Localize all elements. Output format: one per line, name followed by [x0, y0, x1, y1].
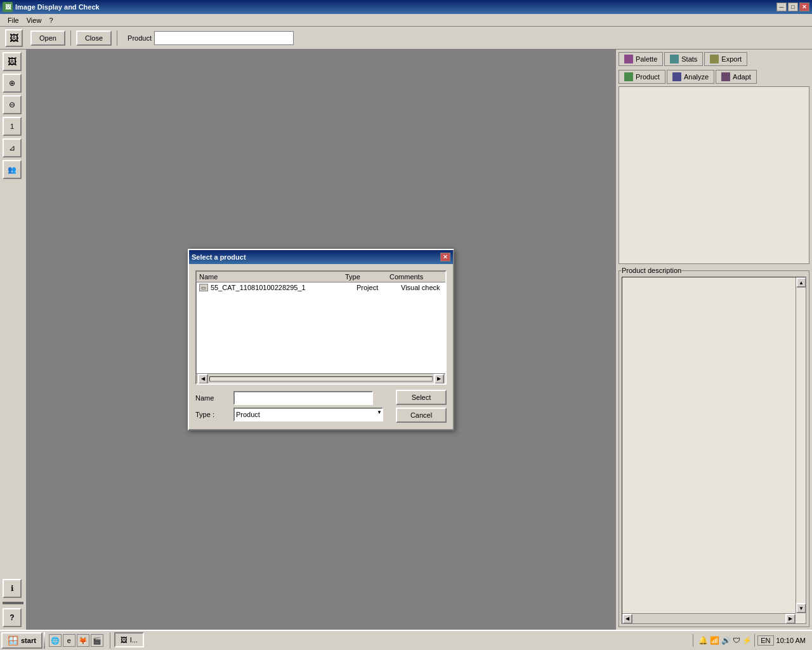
- row-type: Project: [357, 284, 401, 291]
- name-input[interactable]: [233, 391, 373, 405]
- title-bar: 🖼 Image Display and Check ─ □ ✕: [0, 0, 812, 14]
- toolbar: 🖼 Open Close Product: [0, 27, 812, 50]
- type-select-wrapper: Product Project All: [233, 408, 383, 421]
- taskbar: 🪟 start 🌐 e 🦊 🎬 🖼 I... 🔔 📶 🔊 🛡 ⚡ EN 10:1…: [0, 630, 812, 650]
- browser-icon[interactable]: 🌐: [49, 634, 62, 647]
- left-sidebar: 🖼 ⊕ ⊖ 1 ⊿ 👥 ℹ ?: [0, 50, 27, 630]
- right-toolbar-row2: Product Analyze Adapt: [619, 70, 809, 84]
- adapt-button[interactable]: Adapt: [716, 70, 757, 84]
- dialog-inputs: Name Type : Product Project All: [195, 391, 391, 421]
- app-button-1[interactable]: 🖼 I...: [114, 632, 144, 647]
- clock: 10:10 AM: [776, 637, 806, 644]
- dialog-close-button[interactable]: ✕: [440, 253, 450, 262]
- export-icon: [710, 55, 719, 63]
- ie-icon[interactable]: e: [63, 634, 75, 647]
- analyze-button[interactable]: Analyze: [667, 70, 714, 84]
- desc-scrollbar-h[interactable]: ◀ ▶: [622, 613, 796, 623]
- scroll-right-btn[interactable]: ▶: [434, 374, 444, 384]
- image-icon: 🖼: [10, 33, 18, 43]
- name-label: Name: [195, 394, 233, 402]
- taskbar-divider: [44, 632, 45, 649]
- right-toolbar-row1: Palette Stats Export: [619, 52, 809, 66]
- dialog-overlay: Select a product ✕ Name Type Comments: [27, 50, 615, 630]
- dialog-buttons: Select Cancel: [396, 390, 447, 423]
- col-type: Type: [345, 273, 390, 281]
- dialog-footer: Name Type : Product Project All: [195, 390, 447, 423]
- system-tray: 🔔 📶 🔊 🛡 ⚡: [698, 636, 752, 645]
- open-button[interactable]: Open: [30, 30, 65, 46]
- col-name: Name: [199, 273, 345, 281]
- dialog-scrollbar-h[interactable]: ◀ ▶: [197, 373, 445, 383]
- product-description-legend: Product description: [622, 267, 681, 274]
- firefox-icon[interactable]: 🦊: [77, 634, 89, 647]
- product-input[interactable]: [154, 31, 294, 45]
- type-select[interactable]: Product Project All: [233, 408, 383, 421]
- dialog-name-row: Name: [195, 391, 391, 405]
- zoom-in-button[interactable]: ⊕: [3, 74, 22, 93]
- help-icon: ?: [10, 613, 14, 622]
- people-icon: 👥: [8, 166, 16, 174]
- tray-icon-2: 📶: [710, 636, 719, 645]
- menu-help[interactable]: ?: [45, 15, 56, 25]
- desc-scroll-left[interactable]: ◀: [622, 614, 632, 624]
- quick-launch: 🌐 e 🦊 🎬: [49, 632, 103, 649]
- adapt-icon: [721, 72, 730, 81]
- type-label: Type :: [195, 411, 233, 418]
- analyze-icon: [672, 72, 681, 81]
- select-button[interactable]: Select: [396, 390, 447, 405]
- product-icon: [624, 72, 633, 81]
- scroll-left-btn[interactable]: ◀: [198, 374, 208, 384]
- media-icon[interactable]: 🎬: [91, 634, 103, 647]
- stats-icon: [670, 55, 679, 63]
- people-button[interactable]: 👥: [3, 160, 22, 179]
- taskbar-right: 🔔 📶 🔊 🛡 ⚡ EN 10:10 AM: [693, 634, 811, 647]
- row-icon: ▭: [199, 284, 208, 291]
- start-label: start: [21, 637, 36, 644]
- app-icon: 🖼: [3, 2, 13, 12]
- close-window-button[interactable]: ✕: [799, 3, 809, 11]
- image-toolbar-icon[interactable]: 🖼: [5, 29, 23, 47]
- palette-button[interactable]: Palette: [619, 52, 663, 66]
- export-button[interactable]: Export: [704, 52, 747, 66]
- menu-bar: File View ?: [0, 14, 812, 27]
- menu-file[interactable]: File: [4, 15, 23, 25]
- row-name: 55_CAT_110810100228295_1: [211, 284, 357, 291]
- dialog-title-text: Select a product: [192, 253, 440, 261]
- toolbar-separator-2: [117, 30, 117, 46]
- tray-icon-5: ⚡: [742, 636, 752, 645]
- minimize-button[interactable]: ─: [776, 3, 787, 11]
- maximize-button[interactable]: □: [788, 3, 798, 11]
- info-button[interactable]: ℹ: [3, 579, 22, 598]
- image-tool-button[interactable]: 🖼: [3, 52, 22, 71]
- dialog-title-bar: Select a product ✕: [189, 250, 453, 264]
- list-header: Name Type Comments: [197, 272, 445, 282]
- title-text: Image Display and Check: [15, 3, 776, 11]
- desc-scrollbar-v[interactable]: ▲ ▼: [796, 277, 806, 613]
- start-button[interactable]: 🪟 start: [1, 632, 43, 649]
- app1-icon: 🖼: [121, 636, 128, 644]
- fit-button[interactable]: 1: [3, 117, 22, 136]
- dialog-body: Name Type Comments ▭ 55_CAT_110810100228…: [189, 264, 453, 429]
- scroll-up-btn[interactable]: ▲: [796, 277, 806, 288]
- dialog-type-row: Type : Product Project All: [195, 408, 391, 421]
- help-button[interactable]: ?: [3, 608, 22, 627]
- cancel-button[interactable]: Cancel: [396, 408, 447, 423]
- app1-label: I...: [130, 636, 138, 644]
- measure-button[interactable]: ⊿: [3, 138, 22, 157]
- list-item[interactable]: ▭ 55_CAT_110810100228295_1 Project Visua…: [197, 282, 445, 293]
- tray-icon-4: 🛡: [733, 636, 740, 645]
- product-button[interactable]: Product: [619, 70, 665, 84]
- main-layout: 🖼 ⊕ ⊖ 1 ⊿ 👥 ℹ ?: [0, 50, 812, 630]
- scroll-track[interactable]: [209, 376, 433, 381]
- menu-view[interactable]: View: [23, 15, 46, 25]
- close-button[interactable]: Close: [76, 30, 112, 46]
- tray-divider: [754, 634, 755, 647]
- measure-icon: ⊿: [9, 143, 15, 152]
- language-indicator[interactable]: EN: [757, 635, 773, 646]
- stats-button[interactable]: Stats: [664, 52, 703, 66]
- right-toolbar: Palette Stats Export: [619, 52, 809, 67]
- select-product-dialog: Select a product ✕ Name Type Comments: [188, 249, 454, 430]
- zoom-out-button[interactable]: ⊖: [3, 95, 22, 114]
- desc-scroll-right[interactable]: ▶: [785, 614, 796, 624]
- scroll-down-btn[interactable]: ▼: [796, 603, 806, 613]
